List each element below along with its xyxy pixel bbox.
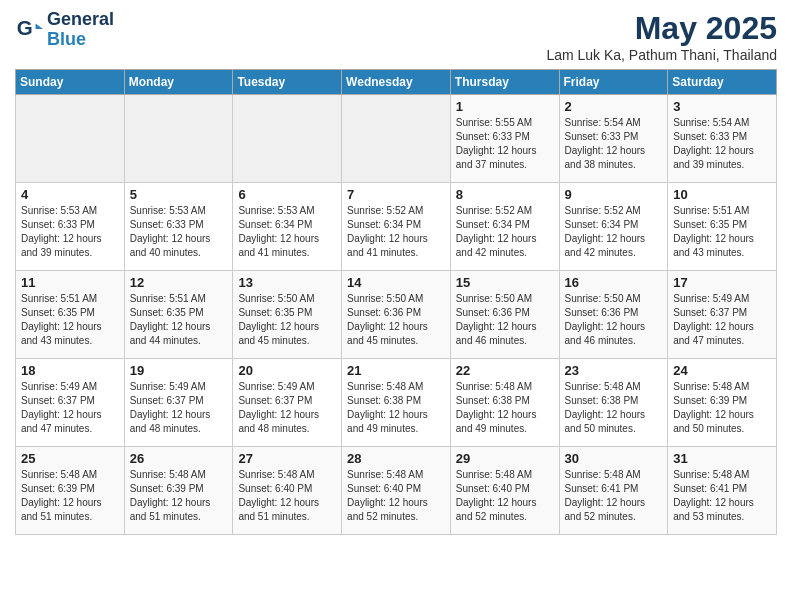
- day-number: 3: [673, 99, 771, 114]
- calendar-header: SundayMondayTuesdayWednesdayThursdayFrid…: [16, 70, 777, 95]
- col-header-monday: Monday: [124, 70, 233, 95]
- day-cell: 25Sunrise: 5:48 AM Sunset: 6:39 PM Dayli…: [16, 447, 125, 535]
- day-number: 13: [238, 275, 336, 290]
- day-number: 25: [21, 451, 119, 466]
- day-cell: 5Sunrise: 5:53 AM Sunset: 6:33 PM Daylig…: [124, 183, 233, 271]
- day-info: Sunrise: 5:51 AM Sunset: 6:35 PM Dayligh…: [21, 292, 119, 348]
- day-cell: 8Sunrise: 5:52 AM Sunset: 6:34 PM Daylig…: [450, 183, 559, 271]
- day-cell: 15Sunrise: 5:50 AM Sunset: 6:36 PM Dayli…: [450, 271, 559, 359]
- day-cell: 1Sunrise: 5:55 AM Sunset: 6:33 PM Daylig…: [450, 95, 559, 183]
- day-number: 27: [238, 451, 336, 466]
- day-info: Sunrise: 5:48 AM Sunset: 6:40 PM Dayligh…: [238, 468, 336, 524]
- day-info: Sunrise: 5:48 AM Sunset: 6:39 PM Dayligh…: [21, 468, 119, 524]
- col-header-wednesday: Wednesday: [342, 70, 451, 95]
- svg-text:G: G: [17, 16, 33, 39]
- day-info: Sunrise: 5:48 AM Sunset: 6:41 PM Dayligh…: [673, 468, 771, 524]
- day-number: 22: [456, 363, 554, 378]
- day-info: Sunrise: 5:49 AM Sunset: 6:37 PM Dayligh…: [130, 380, 228, 436]
- day-cell: 12Sunrise: 5:51 AM Sunset: 6:35 PM Dayli…: [124, 271, 233, 359]
- day-number: 23: [565, 363, 663, 378]
- day-info: Sunrise: 5:52 AM Sunset: 6:34 PM Dayligh…: [347, 204, 445, 260]
- week-row-3: 11Sunrise: 5:51 AM Sunset: 6:35 PM Dayli…: [16, 271, 777, 359]
- day-info: Sunrise: 5:53 AM Sunset: 6:33 PM Dayligh…: [130, 204, 228, 260]
- day-cell: [16, 95, 125, 183]
- day-number: 31: [673, 451, 771, 466]
- day-number: 16: [565, 275, 663, 290]
- day-number: 9: [565, 187, 663, 202]
- day-info: Sunrise: 5:48 AM Sunset: 6:38 PM Dayligh…: [565, 380, 663, 436]
- day-info: Sunrise: 5:53 AM Sunset: 6:34 PM Dayligh…: [238, 204, 336, 260]
- day-number: 8: [456, 187, 554, 202]
- week-row-2: 4Sunrise: 5:53 AM Sunset: 6:33 PM Daylig…: [16, 183, 777, 271]
- day-cell: 16Sunrise: 5:50 AM Sunset: 6:36 PM Dayli…: [559, 271, 668, 359]
- day-number: 28: [347, 451, 445, 466]
- day-number: 30: [565, 451, 663, 466]
- day-info: Sunrise: 5:50 AM Sunset: 6:36 PM Dayligh…: [456, 292, 554, 348]
- day-number: 29: [456, 451, 554, 466]
- col-header-thursday: Thursday: [450, 70, 559, 95]
- day-info: Sunrise: 5:53 AM Sunset: 6:33 PM Dayligh…: [21, 204, 119, 260]
- calendar-table: SundayMondayTuesdayWednesdayThursdayFrid…: [15, 69, 777, 535]
- day-cell: 29Sunrise: 5:48 AM Sunset: 6:40 PM Dayli…: [450, 447, 559, 535]
- day-number: 18: [21, 363, 119, 378]
- day-cell: 2Sunrise: 5:54 AM Sunset: 6:33 PM Daylig…: [559, 95, 668, 183]
- day-number: 21: [347, 363, 445, 378]
- day-info: Sunrise: 5:52 AM Sunset: 6:34 PM Dayligh…: [565, 204, 663, 260]
- day-cell: 24Sunrise: 5:48 AM Sunset: 6:39 PM Dayli…: [668, 359, 777, 447]
- col-header-tuesday: Tuesday: [233, 70, 342, 95]
- day-cell: 13Sunrise: 5:50 AM Sunset: 6:35 PM Dayli…: [233, 271, 342, 359]
- col-header-friday: Friday: [559, 70, 668, 95]
- week-row-4: 18Sunrise: 5:49 AM Sunset: 6:37 PM Dayli…: [16, 359, 777, 447]
- day-number: 2: [565, 99, 663, 114]
- day-info: Sunrise: 5:48 AM Sunset: 6:40 PM Dayligh…: [347, 468, 445, 524]
- day-cell: 18Sunrise: 5:49 AM Sunset: 6:37 PM Dayli…: [16, 359, 125, 447]
- day-cell: 19Sunrise: 5:49 AM Sunset: 6:37 PM Dayli…: [124, 359, 233, 447]
- day-number: 11: [21, 275, 119, 290]
- day-number: 4: [21, 187, 119, 202]
- day-info: Sunrise: 5:48 AM Sunset: 6:38 PM Dayligh…: [456, 380, 554, 436]
- day-number: 10: [673, 187, 771, 202]
- day-cell: 20Sunrise: 5:49 AM Sunset: 6:37 PM Dayli…: [233, 359, 342, 447]
- day-number: 7: [347, 187, 445, 202]
- day-number: 14: [347, 275, 445, 290]
- week-row-5: 25Sunrise: 5:48 AM Sunset: 6:39 PM Dayli…: [16, 447, 777, 535]
- day-info: Sunrise: 5:49 AM Sunset: 6:37 PM Dayligh…: [673, 292, 771, 348]
- page-header: G General Blue May 2025 Lam Luk Ka, Path…: [15, 10, 777, 63]
- day-cell: 22Sunrise: 5:48 AM Sunset: 6:38 PM Dayli…: [450, 359, 559, 447]
- calendar-subtitle: Lam Luk Ka, Pathum Thani, Thailand: [546, 47, 777, 63]
- day-number: 15: [456, 275, 554, 290]
- day-cell: 27Sunrise: 5:48 AM Sunset: 6:40 PM Dayli…: [233, 447, 342, 535]
- day-cell: 6Sunrise: 5:53 AM Sunset: 6:34 PM Daylig…: [233, 183, 342, 271]
- day-number: 5: [130, 187, 228, 202]
- day-number: 26: [130, 451, 228, 466]
- day-info: Sunrise: 5:55 AM Sunset: 6:33 PM Dayligh…: [456, 116, 554, 172]
- day-cell: [342, 95, 451, 183]
- day-cell: 31Sunrise: 5:48 AM Sunset: 6:41 PM Dayli…: [668, 447, 777, 535]
- logo-icon: G: [15, 16, 43, 44]
- day-cell: 14Sunrise: 5:50 AM Sunset: 6:36 PM Dayli…: [342, 271, 451, 359]
- day-cell: [124, 95, 233, 183]
- day-cell: 11Sunrise: 5:51 AM Sunset: 6:35 PM Dayli…: [16, 271, 125, 359]
- day-cell: 26Sunrise: 5:48 AM Sunset: 6:39 PM Dayli…: [124, 447, 233, 535]
- day-cell: 9Sunrise: 5:52 AM Sunset: 6:34 PM Daylig…: [559, 183, 668, 271]
- day-cell: 28Sunrise: 5:48 AM Sunset: 6:40 PM Dayli…: [342, 447, 451, 535]
- day-cell: 23Sunrise: 5:48 AM Sunset: 6:38 PM Dayli…: [559, 359, 668, 447]
- day-number: 6: [238, 187, 336, 202]
- col-header-sunday: Sunday: [16, 70, 125, 95]
- day-number: 17: [673, 275, 771, 290]
- day-cell: 10Sunrise: 5:51 AM Sunset: 6:35 PM Dayli…: [668, 183, 777, 271]
- week-row-1: 1Sunrise: 5:55 AM Sunset: 6:33 PM Daylig…: [16, 95, 777, 183]
- day-info: Sunrise: 5:52 AM Sunset: 6:34 PM Dayligh…: [456, 204, 554, 260]
- day-info: Sunrise: 5:48 AM Sunset: 6:40 PM Dayligh…: [456, 468, 554, 524]
- day-info: Sunrise: 5:48 AM Sunset: 6:39 PM Dayligh…: [130, 468, 228, 524]
- day-info: Sunrise: 5:54 AM Sunset: 6:33 PM Dayligh…: [565, 116, 663, 172]
- day-number: 19: [130, 363, 228, 378]
- day-cell: 17Sunrise: 5:49 AM Sunset: 6:37 PM Dayli…: [668, 271, 777, 359]
- svg-marker-1: [36, 23, 43, 29]
- logo-text: General Blue: [47, 10, 114, 50]
- day-info: Sunrise: 5:48 AM Sunset: 6:39 PM Dayligh…: [673, 380, 771, 436]
- day-cell: 7Sunrise: 5:52 AM Sunset: 6:34 PM Daylig…: [342, 183, 451, 271]
- day-info: Sunrise: 5:51 AM Sunset: 6:35 PM Dayligh…: [673, 204, 771, 260]
- day-info: Sunrise: 5:54 AM Sunset: 6:33 PM Dayligh…: [673, 116, 771, 172]
- day-number: 20: [238, 363, 336, 378]
